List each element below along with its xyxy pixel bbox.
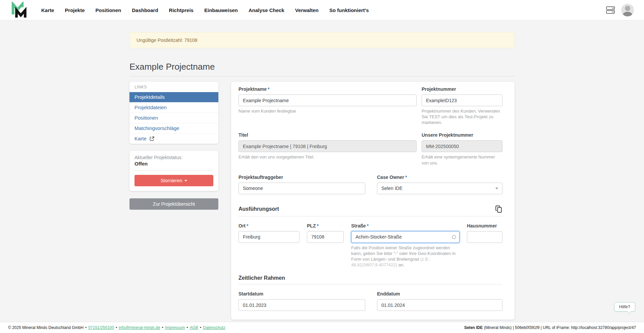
help-button-label: Hilfe? bbox=[619, 304, 630, 309]
titel-input bbox=[238, 140, 417, 152]
session-info: Selen IDE (Mineral Minds) | 506eb0f391f9… bbox=[464, 325, 636, 330]
session-user: Selen IDE bbox=[464, 325, 483, 330]
sidebar-item-positionen[interactable]: Positionen bbox=[129, 113, 218, 123]
links-section-header: LINKS bbox=[129, 82, 218, 92]
nav-item-einbauweisen[interactable]: Einbauweisen bbox=[200, 5, 242, 16]
avatar-head-icon bbox=[625, 6, 630, 11]
enddatum-input[interactable] bbox=[377, 299, 502, 311]
strasse-input[interactable] bbox=[351, 231, 460, 243]
project-sidebar: LINKS Projektdetails Projektdateien Posi… bbox=[129, 82, 218, 210]
hausnummer-label: Hausnummer bbox=[467, 223, 502, 228]
footer-link-agb[interactable]: AGB bbox=[190, 325, 198, 330]
back-to-project-overview-button[interactable]: Zur Projektübersicht bbox=[129, 198, 218, 210]
sidebar-item-label: Positionen bbox=[135, 115, 158, 121]
main-navigation: Karte Projekte Positionen Dashboard Rich… bbox=[37, 5, 606, 16]
sidebar-item-karte[interactable]: Karte bbox=[129, 133, 218, 144]
enddatum-label: Enddatum bbox=[377, 291, 502, 296]
page-footer: © 2025 Mineral Minds Deutschland GmbH • … bbox=[0, 322, 644, 333]
nav-item-richtpreis[interactable]: Richtpreis bbox=[165, 5, 198, 16]
hausnummer-input[interactable] bbox=[467, 231, 502, 243]
case-owner-select[interactable]: Selen IDE bbox=[377, 183, 502, 194]
user-avatar[interactable] bbox=[621, 4, 634, 16]
mineral-minds-logo-icon[interactable] bbox=[10, 2, 28, 18]
projektauftraggeber-label: Projektauftraggeber bbox=[238, 175, 365, 180]
required-asterisk: * bbox=[405, 175, 407, 180]
sidebar-item-label: Karte bbox=[135, 136, 147, 141]
zeitlicher-rahmen-heading: Zeitlicher Rahmen bbox=[238, 275, 285, 281]
loading-spinner-icon bbox=[451, 235, 457, 241]
unsere-projektnummer-label: Unsere Projektnummer bbox=[422, 132, 502, 138]
projektname-label: Projektname* bbox=[238, 86, 417, 92]
external-link-icon bbox=[150, 136, 154, 141]
chevron-down-icon bbox=[495, 188, 498, 189]
session-details: (Mineral Minds) | 506eb0f391f9 | URL of … bbox=[483, 325, 636, 330]
required-asterisk: * bbox=[317, 223, 318, 228]
nav-item-analyse-check[interactable]: Analyse Check bbox=[244, 5, 289, 16]
footer-link-phone[interactable]: 07151/250100 bbox=[88, 325, 114, 330]
projektname-input[interactable] bbox=[238, 94, 417, 106]
project-status-label: Aktueller Projektstatus: bbox=[135, 155, 213, 160]
nav-item-projekte[interactable]: Projekte bbox=[60, 5, 89, 16]
divider bbox=[135, 170, 213, 171]
startdatum-label: Startdatum bbox=[238, 291, 365, 296]
divider bbox=[238, 284, 502, 284]
nav-item-dashboard[interactable]: Dashboard bbox=[127, 5, 162, 16]
sidebar-item-projektdateien[interactable]: Projektdateien bbox=[129, 102, 218, 113]
warning-text: Ungültige Postleitzahl: 79108 bbox=[137, 38, 197, 43]
titel-help: Erhält den von uns vorgegebenen Titel. bbox=[238, 154, 417, 160]
projektnummer-label: Projektnummer bbox=[422, 86, 502, 92]
sidebar-item-projektdetails[interactable]: Projektdetails bbox=[129, 92, 218, 102]
required-asterisk: * bbox=[367, 223, 369, 228]
plz-input[interactable] bbox=[307, 231, 344, 243]
sidebar-item-matchingvorschlaege[interactable]: Matchingvorschläge bbox=[129, 123, 218, 133]
help-button[interactable]: Hilfe? bbox=[614, 302, 635, 312]
copy-icon[interactable] bbox=[495, 205, 502, 213]
cancel-button-label: Stornieren bbox=[161, 178, 182, 183]
project-details-form: Projektname* Name vom Kunden festlegbar … bbox=[231, 82, 515, 320]
ort-label: Ort* bbox=[238, 223, 300, 228]
footer-link-datenschutz[interactable]: Datenschutz bbox=[203, 325, 225, 330]
unsere-projektnummer-input bbox=[422, 140, 502, 152]
titel-label: Titel bbox=[238, 132, 417, 138]
nav-item-karte[interactable]: Karte bbox=[37, 5, 58, 16]
strasse-label: Straße* bbox=[351, 223, 460, 228]
nav-item-so-funktionierts[interactable]: So funktioniert's bbox=[325, 5, 373, 16]
page-title: Example Projectname bbox=[129, 62, 515, 76]
footer-link-email[interactable]: info@mineral-minds.de bbox=[119, 325, 160, 330]
case-owner-label: Case Owner* bbox=[377, 175, 502, 180]
overview-button-label: Zur Projektübersicht bbox=[153, 201, 195, 207]
top-navbar: Karte Projekte Positionen Dashboard Rich… bbox=[0, 0, 644, 20]
avatar-body-icon bbox=[623, 12, 632, 16]
projektnummer-help: Projektnummer des Kunden. Verwenden Sie … bbox=[422, 108, 502, 125]
caret-down-icon bbox=[184, 180, 187, 182]
case-owner-selected-value: Selen IDE bbox=[381, 186, 402, 191]
nav-item-positionen[interactable]: Positionen bbox=[91, 5, 126, 16]
nav-item-verwalten[interactable]: Verwalten bbox=[291, 5, 323, 16]
footer-link-impressum[interactable]: Impressum bbox=[165, 325, 185, 330]
plz-label: PLZ* bbox=[307, 223, 344, 228]
projektnummer-input[interactable] bbox=[422, 94, 502, 106]
speech-bubble-tail bbox=[627, 309, 631, 315]
projektname-help: Name vom Kunden festlegbar bbox=[238, 108, 417, 114]
required-asterisk: * bbox=[247, 223, 248, 228]
ausfuehrungsort-heading: Ausführungsort bbox=[238, 206, 279, 212]
projektauftraggeber-input[interactable] bbox=[238, 183, 365, 194]
strasse-help: Falls die Position keiner Straße zugeord… bbox=[351, 245, 460, 268]
cancel-project-button[interactable]: Stornieren bbox=[135, 175, 213, 186]
sidebar-item-label: Matchingvorschläge bbox=[135, 125, 179, 131]
server-sessions-icon[interactable] bbox=[606, 6, 615, 14]
ort-input[interactable] bbox=[238, 231, 300, 243]
unsere-projektnummer-help: Erhält eine systemgenerierte Nummer von … bbox=[422, 154, 502, 165]
main-content: Ungültige Postleitzahl: 79108 Example Pr… bbox=[0, 20, 644, 322]
sidebar-item-label: Projektdateien bbox=[135, 105, 167, 110]
project-status-value: Offen bbox=[135, 161, 213, 166]
required-asterisk: * bbox=[268, 86, 269, 92]
copyright-text: © 2025 Mineral Minds Deutschland GmbH bbox=[8, 325, 84, 330]
postal-code-warning-alert: Ungültige Postleitzahl: 79108 bbox=[129, 32, 515, 48]
startdatum-input[interactable] bbox=[238, 299, 365, 311]
sidebar-item-label: Projektdetails bbox=[135, 94, 165, 100]
divider bbox=[238, 216, 502, 216]
